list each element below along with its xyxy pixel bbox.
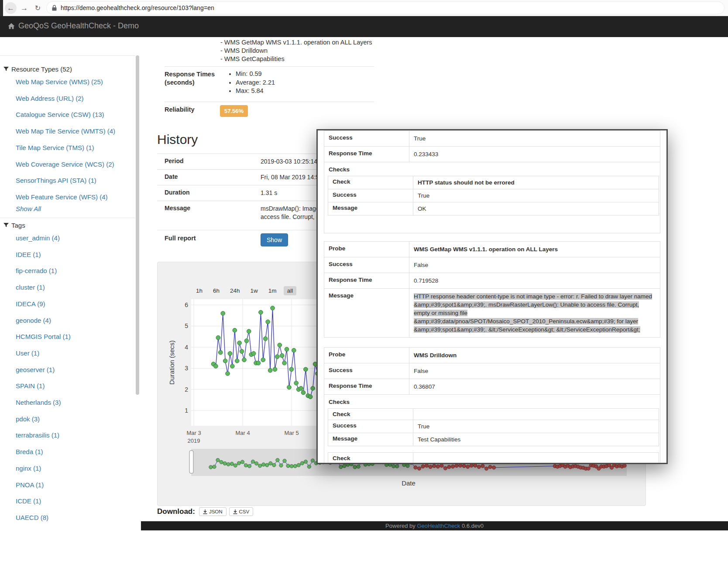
screen: ← → ↻ https://demo.geohealthcheck.org/re…	[0, 0, 728, 564]
sidebar-item-resource-type[interactable]: Web Address (URL) (2)	[16, 95, 84, 102]
sidebar-item-tag[interactable]: IDEE (1)	[16, 251, 41, 258]
sidebar-item-tag[interactable]: IDECA (9)	[16, 300, 45, 308]
svg-text:2: 2	[185, 386, 188, 393]
range-button-6h[interactable]: 6h	[209, 286, 223, 295]
sidebar-item-tag[interactable]: Breda (1)	[16, 448, 43, 455]
navbar-brand[interactable]: GeoQoS GeoHealthCheck - Demo	[18, 21, 139, 31]
report-row: Check	[328, 409, 659, 420]
report-row: Response Time0.36807	[324, 379, 660, 395]
check-table: CheckSuccessTrueMessageTest Capabilities	[328, 408, 659, 446]
svg-text:5: 5	[185, 322, 188, 329]
sidebar-item-resource-type[interactable]: Tile Map Service (TMS) (1)	[16, 144, 94, 151]
history-row-label: Date	[165, 173, 261, 181]
report-row: MessageTest Capabilities	[328, 433, 659, 446]
sidebar-item-resource-type[interactable]: Web Feature Service (WFS) (4)	[16, 193, 108, 201]
probe-list-item: - WMS Drilldown	[220, 47, 372, 55]
report-row-value: 0.36807	[409, 379, 660, 394]
footer-text: Powered by	[385, 523, 417, 529]
divider	[165, 66, 374, 67]
sidebar-item-resource-type[interactable]: Web Map Service (WMS) (25)	[16, 78, 103, 85]
report-row: SuccessTrue	[328, 189, 659, 202]
history-row-label: Period	[165, 157, 261, 166]
report-row: SuccessFalse	[324, 257, 660, 273]
browser-back-button[interactable]: ←	[5, 2, 17, 14]
padlock-icon	[52, 5, 57, 11]
history-heading: History	[157, 132, 198, 147]
report-row: ProbeWMS Drilldown	[324, 348, 660, 363]
sidebar-item-tag[interactable]: user_admin (4)	[16, 234, 60, 242]
sidebar-item-tag[interactable]: pdok (3)	[16, 415, 40, 423]
report-row-value: False	[409, 257, 660, 273]
sidebar-item-resource-type[interactable]: Catalogue Service (CSW) (13)	[16, 111, 104, 118]
svg-text:6: 6	[185, 301, 188, 308]
sidebar-item-tag[interactable]: fip-cerrado (1)	[16, 267, 57, 274]
window-edge	[0, 0, 3, 16]
checks-label: Checks	[324, 395, 660, 407]
report-row-label: Probe	[324, 242, 409, 257]
sidebar-item-tag[interactable]: User (1)	[16, 349, 39, 357]
range-button-1h[interactable]: 1h	[192, 286, 206, 295]
tags-heading: Tags	[3, 222, 25, 229]
sidebar-scrollbar[interactable]	[136, 55, 139, 395]
probe-list-item: - WMS GetMap WMS v1.1.1. operation on AL…	[220, 38, 372, 47]
download-json-button[interactable]: JSON	[199, 507, 227, 516]
report-row: Response Time0.233433	[324, 147, 660, 162]
svg-text:Date: Date	[402, 479, 416, 487]
browser-reload-button[interactable]: ↻	[32, 2, 44, 14]
report-row-value: WMS GetMap WMS v1.1.1. operation on ALL …	[409, 242, 660, 257]
sidebar-item-resource-type[interactable]: Web Coverage Service (WCS) (2)	[16, 161, 114, 168]
sidebar-item-tag[interactable]: Netherlands (3)	[16, 399, 61, 406]
sidebar-item-tag[interactable]: geoserver (1)	[16, 366, 55, 373]
probe-list-item: - WMS GetCapabilities	[220, 55, 372, 63]
filter-icon	[3, 67, 9, 72]
sidebar-item-tag[interactable]: terrabrasilis (1)	[16, 431, 59, 439]
range-button-1m[interactable]: 1m	[265, 286, 280, 295]
report-row-value	[413, 409, 659, 420]
reliability-badge: 57.56%	[220, 105, 248, 117]
report-row: ProbeWMS GetMap WMS v1.1.1. operation on…	[324, 242, 660, 257]
geohealthcheck-link[interactable]: GeoHealthCheck	[417, 523, 460, 529]
sidebar-item-tag[interactable]: ICDE (1)	[16, 497, 41, 505]
report-row: MessageHTTP response header content-type…	[324, 289, 660, 337]
browser-forward-button[interactable]: →	[18, 2, 30, 14]
svg-text:Mar 5: Mar 5	[284, 430, 299, 436]
url-text: https://demo.geohealthcheck.org/resource…	[61, 4, 214, 11]
show-report-button[interactable]: Show	[261, 233, 288, 246]
range-button-24h[interactable]: 24h	[227, 286, 244, 295]
app-navbar: GeoQoS GeoHealthCheck - Demo	[0, 16, 728, 37]
home-icon[interactable]	[7, 22, 15, 32]
report-row-value: OK	[413, 202, 659, 215]
sidebar-item-tag[interactable]: PNOA (1)	[16, 481, 44, 489]
browser-url-bar[interactable]: https://demo.geohealthcheck.org/resource…	[46, 1, 725, 14]
resource-types-heading: Resource Types (52)	[3, 65, 72, 73]
sidebar-item-tag[interactable]: HCMGIS Portal (1)	[16, 333, 71, 340]
sidebar-divider	[0, 218, 135, 218]
range-button-1w[interactable]: 1w	[247, 286, 261, 295]
download-label: Download:	[157, 507, 195, 516]
report-row-value: True	[409, 131, 660, 146]
svg-text:4: 4	[185, 344, 188, 351]
report-row: MessageOK	[328, 202, 659, 215]
report-row-value: Test Capabilities	[413, 433, 659, 446]
sidebar-item-tag[interactable]: nginx (1)	[16, 465, 41, 472]
sidebar-item-tag[interactable]: UAECD (8)	[16, 514, 48, 521]
report-row-label: Response Time	[324, 273, 409, 288]
report-row-label: Success	[324, 131, 409, 146]
sidebar-item-tag[interactable]: SPAIN (1)	[16, 382, 45, 390]
report-row: Response Time0.719528	[324, 273, 660, 289]
range-button-all[interactable]: all	[284, 286, 297, 295]
report-row-value: True	[413, 189, 659, 202]
sidebar-item-tag[interactable]: cluster (1)	[16, 284, 45, 291]
sidebar-item-resource-type[interactable]: SensorThings API (STA) (1)	[16, 177, 96, 184]
sidebar-show-all-link[interactable]: Show All	[16, 205, 41, 212]
report-row-label: Message	[328, 433, 413, 446]
svg-text:Mar 3: Mar 3	[186, 430, 201, 436]
svg-text:Mar 4: Mar 4	[235, 430, 250, 436]
sidebar-item-resource-type[interactable]: Web Map Tile Service (WMTS) (4)	[16, 127, 115, 135]
history-row-label: Message	[165, 205, 261, 228]
download-csv-button[interactable]: CSV	[229, 507, 254, 516]
response-time-item: Max: 5.84	[236, 87, 275, 96]
report-row-label: Probe	[324, 348, 409, 363]
sidebar-item-tag[interactable]: geonode (4)	[16, 317, 51, 324]
report-row-value: False	[409, 363, 660, 379]
